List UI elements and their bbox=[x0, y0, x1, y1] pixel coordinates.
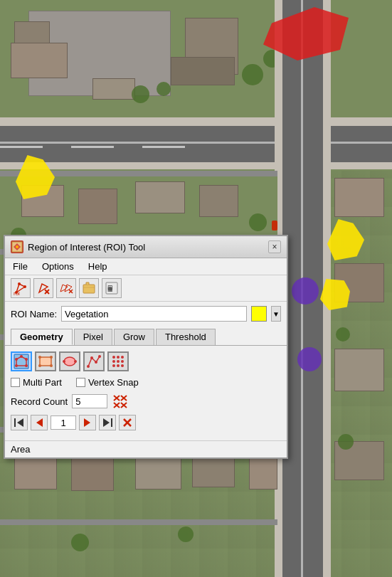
load-roi-button[interactable] bbox=[79, 278, 99, 298]
toolbar: roi bbox=[5, 275, 287, 302]
svg-point-26 bbox=[38, 356, 41, 359]
vertex-snap-label[interactable]: Vertex Snap bbox=[76, 377, 139, 388]
tab-threshold[interactable]: Threshold bbox=[156, 329, 216, 345]
svg-rect-25 bbox=[40, 357, 51, 366]
delete-roi-button[interactable] bbox=[33, 278, 53, 298]
vertex-snap-checkbox[interactable] bbox=[76, 378, 85, 387]
nav-delete-button[interactable] bbox=[119, 415, 136, 430]
title-bar: Region of Interest (ROI) Tool × bbox=[5, 236, 287, 258]
svg-point-32 bbox=[74, 360, 77, 363]
nav-last-button[interactable] bbox=[99, 415, 116, 430]
svg-point-22 bbox=[20, 355, 23, 358]
close-button[interactable]: × bbox=[268, 240, 281, 253]
menu-file[interactable]: File bbox=[11, 260, 30, 272]
svg-point-44 bbox=[117, 356, 120, 359]
tab-grow[interactable]: Grow bbox=[114, 329, 154, 345]
svg-point-29 bbox=[38, 364, 41, 367]
svg-point-24 bbox=[25, 364, 28, 367]
svg-rect-14 bbox=[83, 285, 95, 293]
record-count-row: Record Count bbox=[11, 393, 281, 409]
svg-point-36 bbox=[98, 355, 101, 358]
delete-all-button[interactable] bbox=[56, 278, 76, 298]
bottom-bar: Area bbox=[5, 440, 287, 457]
dialog-icon bbox=[11, 240, 23, 253]
rectangle-draw-button[interactable] bbox=[35, 351, 56, 371]
polyline-draw-button[interactable] bbox=[83, 351, 105, 371]
color-dropdown-arrow[interactable]: ▼ bbox=[271, 306, 281, 322]
svg-point-20 bbox=[15, 364, 18, 367]
nav-prev-button[interactable] bbox=[31, 415, 48, 430]
roi-name-row: ROI Name: ▼ bbox=[5, 302, 287, 326]
dialog-title: Region of Interest (ROI) Tool bbox=[28, 242, 145, 253]
tab-geometry[interactable]: Geometry bbox=[11, 329, 73, 345]
navigation-row bbox=[11, 415, 281, 430]
roi-name-label: ROI Name: bbox=[11, 309, 57, 319]
compute-button[interactable]: ⊞ ▦ bbox=[102, 278, 122, 298]
svg-point-27 bbox=[50, 356, 53, 359]
tab-pixel[interactable]: Pixel bbox=[74, 329, 112, 345]
svg-point-31 bbox=[63, 360, 65, 363]
geometry-tools bbox=[11, 351, 281, 371]
svg-marker-57 bbox=[84, 418, 90, 427]
multi-part-label[interactable]: Multi Part bbox=[11, 377, 62, 388]
svg-point-28 bbox=[50, 364, 53, 367]
svg-point-43 bbox=[112, 360, 115, 363]
checkboxes-row: Multi Part Vertex Snap bbox=[11, 377, 281, 388]
record-count-input[interactable] bbox=[72, 394, 107, 408]
svg-text:roi: roi bbox=[14, 290, 20, 295]
multi-part-text: Multi Part bbox=[23, 377, 62, 388]
svg-text:▦: ▦ bbox=[107, 286, 113, 292]
svg-point-39 bbox=[117, 360, 120, 363]
roi-name-input[interactable] bbox=[61, 306, 247, 322]
svg-point-23 bbox=[25, 358, 28, 361]
polygon-draw-button[interactable] bbox=[11, 351, 32, 371]
svg-point-21 bbox=[15, 358, 18, 361]
svg-point-30 bbox=[64, 357, 75, 366]
points-draw-button[interactable] bbox=[107, 351, 129, 371]
color-swatch[interactable] bbox=[251, 306, 267, 322]
svg-point-37 bbox=[112, 356, 115, 359]
roi-dialog: Region of Interest (ROI) Tool × File Opt… bbox=[4, 235, 288, 459]
record-count-label: Record Count bbox=[11, 396, 68, 407]
yellow-roi-2 bbox=[327, 219, 364, 260]
svg-marker-56 bbox=[36, 418, 43, 427]
nav-first-button[interactable] bbox=[11, 415, 28, 430]
svg-point-42 bbox=[121, 360, 124, 363]
ellipse-draw-button[interactable] bbox=[59, 351, 80, 371]
svg-point-40 bbox=[112, 364, 115, 367]
draw-roi-button[interactable]: roi bbox=[11, 278, 31, 298]
menu-help[interactable]: Help bbox=[86, 260, 110, 272]
svg-point-35 bbox=[95, 361, 97, 364]
svg-marker-55 bbox=[17, 418, 23, 427]
svg-point-5 bbox=[23, 285, 26, 288]
svg-point-38 bbox=[121, 356, 124, 359]
nav-next-button[interactable] bbox=[79, 415, 96, 430]
purple-roi-2 bbox=[297, 347, 322, 371]
nav-current-input[interactable] bbox=[51, 415, 76, 430]
delete-records-button[interactable] bbox=[112, 393, 129, 409]
purple-roi-1 bbox=[292, 277, 319, 305]
geometry-tab-content: Multi Part Vertex Snap Record Count bbox=[5, 345, 287, 440]
menu-options[interactable]: Options bbox=[40, 260, 76, 272]
multi-part-checkbox[interactable] bbox=[11, 378, 20, 387]
tabs-row: Geometry Pixel Grow Threshold bbox=[5, 326, 287, 345]
svg-point-34 bbox=[90, 356, 93, 359]
area-label: Area bbox=[11, 444, 30, 455]
svg-point-45 bbox=[117, 364, 120, 367]
svg-point-33 bbox=[87, 365, 90, 368]
menubar: File Options Help bbox=[5, 258, 287, 275]
vertex-snap-text: Vertex Snap bbox=[88, 377, 139, 388]
svg-point-41 bbox=[121, 364, 124, 367]
svg-marker-59 bbox=[103, 418, 110, 427]
svg-point-4 bbox=[18, 282, 21, 285]
svg-point-1 bbox=[16, 245, 18, 248]
